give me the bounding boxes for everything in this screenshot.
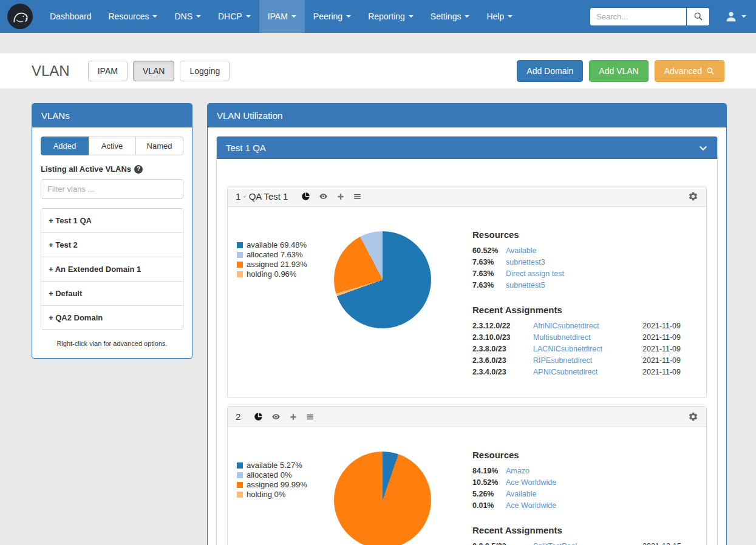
vlan-section-header[interactable]: Test 1 QA: [217, 137, 717, 159]
mammoth-logo[interactable]: [7, 4, 33, 29]
vlan-section: Test 1 QA 1 - QA Test 1: [216, 136, 718, 545]
resources-list: 60.52% Available 7.63% subnettest3 7.63%…: [472, 246, 697, 290]
assignment-row: 2.3.10.0/23 Multisubnetdirect 2021-11-09: [472, 333, 697, 342]
tab-ipam[interactable]: IPAM: [88, 61, 128, 81]
filter-named-button[interactable]: Named: [136, 137, 183, 155]
nav-item[interactable]: DNS: [166, 0, 209, 33]
view-tabs: IPAM VLAN Logging: [88, 61, 230, 81]
resource-row: 7.63% Direct assign test: [472, 269, 697, 279]
eye-icon[interactable]: [318, 192, 329, 201]
vlan-list-item[interactable]: + QA2 Domain: [41, 305, 183, 330]
nav-item[interactable]: Reporting: [359, 0, 422, 33]
nav-item-label: DHCP: [218, 12, 242, 21]
caret-icon: [409, 15, 414, 18]
resource-row: 60.52% Available: [472, 246, 697, 256]
assignments-title: Recent Assignments: [472, 525, 697, 535]
gear-icon[interactable]: [688, 191, 698, 201]
gear-icon[interactable]: [688, 411, 698, 422]
card-header: 2: [228, 407, 706, 427]
nav-item[interactable]: Dashboard: [41, 0, 100, 33]
assignment-link[interactable]: AfriNICsubnetdirect: [533, 322, 635, 331]
top-navbar: Dashboard Resources DNS DHCP IPAM Peerin…: [0, 0, 756, 33]
legend-swatch: [237, 482, 243, 488]
caret-icon: [291, 15, 296, 18]
nav-item-label: Help: [486, 12, 504, 21]
assignment-link[interactable]: APNICsubnetdirect: [533, 368, 635, 377]
add-vlan-button[interactable]: Add VLAN: [589, 60, 648, 82]
search-button[interactable]: [687, 7, 710, 26]
resource-link[interactable]: Direct assign test: [506, 269, 564, 279]
resource-link[interactable]: Ace Worldwide: [506, 478, 556, 487]
listing-label-text: Listing all Active VLANs: [41, 164, 131, 174]
resource-link[interactable]: Ace Worldwide: [506, 501, 556, 510]
add-domain-button[interactable]: Add Domain: [517, 60, 583, 82]
tab-logging[interactable]: Logging: [180, 61, 230, 81]
chevron-down-icon[interactable]: [698, 143, 708, 153]
nav-item[interactable]: Peering: [305, 0, 359, 33]
assignment-row: 0.0.0.5/32 SplitTestPool 2021-12-15: [472, 542, 697, 545]
listing-label: Listing all Active VLANs ?: [41, 164, 183, 174]
vlan-filter-group: Added Active Named: [41, 137, 183, 155]
nav-item[interactable]: DHCP: [209, 0, 259, 33]
vlan-list-item[interactable]: + Default: [41, 281, 183, 305]
nav-item-label: Reporting: [368, 12, 405, 21]
search-icon: [693, 12, 703, 21]
resource-link[interactable]: subnettest3: [506, 258, 545, 267]
assignment-cidr: 2.3.4.0/23: [472, 368, 526, 377]
assignment-row: 2.3.12.0/22 AfriNICsubnetdirect 2021-11-…: [472, 322, 697, 331]
resource-link[interactable]: Available: [506, 246, 537, 256]
legend-label: available 69.48%: [247, 240, 307, 250]
pie-legend: available 69.48% allocated 7.63% assigne…: [237, 219, 328, 379]
add-vlan-label: Add VLAN: [599, 66, 638, 76]
assignment-link[interactable]: RIPEsubnetdirect: [533, 356, 635, 365]
legend-item: assigned 99.99%: [237, 480, 328, 490]
plus-icon[interactable]: [289, 413, 298, 421]
vlan-list-item[interactable]: + Test 2: [41, 232, 183, 257]
resource-link[interactable]: Amazo: [506, 467, 530, 476]
legend-label: allocated 0%: [247, 470, 291, 480]
vlan-list-item[interactable]: + Test 1 QA: [41, 209, 183, 232]
resource-link[interactable]: subnettest5: [506, 281, 545, 290]
filter-active-button[interactable]: Active: [89, 137, 136, 155]
legend-item: allocated 0%: [237, 470, 328, 480]
tab-vlan[interactable]: VLAN: [133, 61, 175, 81]
assignment-link[interactable]: Multisubnetdirect: [533, 333, 635, 342]
resource-link[interactable]: Available: [506, 490, 537, 499]
assignment-link[interactable]: LACNICsubnetdirect: [533, 345, 635, 354]
nav-item-label: IPAM: [268, 12, 288, 21]
utilization-card-1: 1 - QA Test 1: [227, 186, 707, 398]
legend-item: holding 0%: [237, 490, 328, 499]
nav-item[interactable]: IPAM: [259, 0, 305, 33]
help-icon[interactable]: ?: [134, 165, 143, 174]
advanced-button[interactable]: Advanced: [655, 60, 724, 82]
nav-item[interactable]: Help: [478, 0, 521, 33]
pie-chart-icon[interactable]: [254, 412, 263, 421]
legend-swatch: [237, 242, 243, 248]
vlan-filter-input[interactable]: [41, 179, 183, 199]
filter-added-button[interactable]: Added: [41, 137, 89, 155]
legend-swatch: [237, 462, 243, 469]
assignment-link[interactable]: SplitTestPool: [533, 542, 635, 545]
list-icon[interactable]: [305, 413, 315, 421]
legend-swatch: [237, 271, 243, 277]
vlan-list: + Test 1 QA+ Test 2+ An Extended Domain …: [41, 208, 183, 330]
legend-swatch: [237, 252, 243, 258]
pie-chart-icon[interactable]: [301, 192, 310, 201]
resource-percent: 84.19%: [472, 467, 506, 476]
nav-item-label: Resources: [109, 12, 149, 21]
assignment-date: 2021-11-09: [642, 356, 697, 365]
search-input[interactable]: [590, 7, 687, 26]
assignment-cidr: 2.3.10.0/23: [472, 333, 526, 342]
nav-item[interactable]: Settings: [422, 0, 478, 33]
advanced-label: Advanced: [664, 66, 702, 76]
vlan-list-item[interactable]: + An Extended Domain 1: [41, 257, 183, 281]
eye-icon[interactable]: [271, 412, 281, 421]
user-menu[interactable]: [715, 0, 756, 33]
sidebar-footnote: Right-click vlan for advanced options.: [41, 340, 183, 347]
search-icon: [706, 67, 715, 75]
nav-item[interactable]: Resources: [100, 0, 166, 33]
legend-item: allocated 7.63%: [237, 250, 328, 260]
navbar-search: [590, 7, 710, 26]
list-icon[interactable]: [353, 192, 362, 201]
plus-icon[interactable]: [336, 192, 345, 201]
